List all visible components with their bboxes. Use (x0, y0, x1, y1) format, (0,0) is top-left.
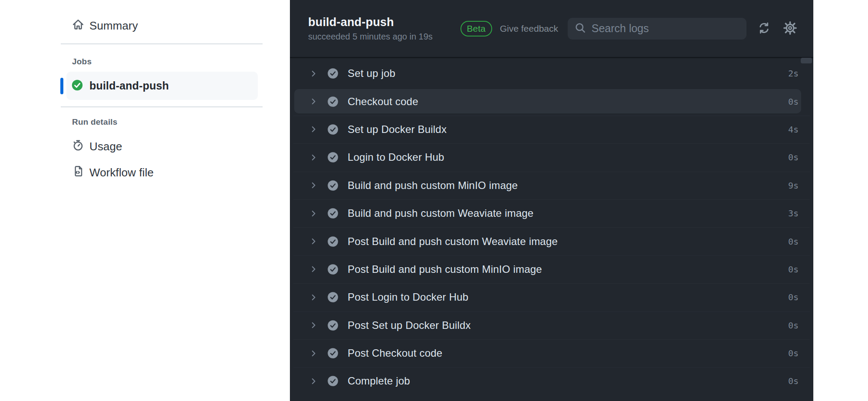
step-row[interactable]: Build and push custom MinIO image 9s (293, 172, 810, 199)
step-label: Post Checkout code (348, 347, 442, 359)
selected-job-accent-bar (60, 78, 63, 94)
step-duration: 0s (788, 376, 799, 386)
check-circle-icon (327, 292, 339, 303)
check-circle-icon (327, 180, 339, 191)
step-list: Set up job 2s Checkout code 0s (290, 58, 813, 395)
step-row[interactable]: Post Build and push custom Weaviate imag… (293, 227, 810, 255)
chevron-right-icon[interactable] (309, 181, 318, 190)
step-label: Post Set up Docker Buildx (348, 319, 471, 331)
jobs-section-label: Jobs (72, 57, 92, 66)
step-duration: 0s (788, 292, 799, 302)
check-circle-icon (327, 124, 339, 135)
chevron-right-icon[interactable] (309, 237, 318, 246)
beta-badge: Beta (460, 21, 492, 36)
check-circle-icon (327, 236, 339, 247)
sidebar-item-label: Workflow file (89, 166, 154, 179)
check-circle-icon (327, 208, 339, 219)
step-duration: 0s (788, 96, 799, 107)
sync-icon (758, 22, 770, 36)
scrollbar-thumb[interactable] (801, 58, 812, 63)
chevron-right-icon[interactable] (309, 153, 318, 162)
refresh-logs-button[interactable] (758, 22, 770, 36)
step-row[interactable]: Build and push custom Weaviate image 3s (293, 199, 810, 227)
step-duration: 0s (788, 264, 799, 275)
sidebar-item-workflow-file[interactable]: Workflow file (61, 161, 263, 184)
job-status-line: succeeded 5 minutes ago in 19s (308, 32, 433, 42)
sidebar-item-usage[interactable]: Usage (61, 135, 263, 158)
step-duration: 0s (788, 236, 799, 247)
chevron-right-icon[interactable] (309, 69, 318, 78)
check-circle-icon (327, 320, 339, 331)
log-settings-button[interactable] (783, 21, 797, 36)
step-label: Build and push custom MinIO image (348, 179, 518, 192)
step-row[interactable]: Post Build and push custom MinIO image 0… (293, 255, 810, 283)
step-label: Set up Docker Buildx (348, 123, 447, 136)
chevron-right-icon[interactable] (309, 97, 318, 106)
step-row[interactable]: Set up job 2s (293, 60, 810, 87)
job-title-block: build-and-push succeeded 5 minutes ago i… (308, 16, 433, 42)
check-circle-fill-icon (71, 79, 83, 93)
actions-job-log-page: Summary Jobs build-and-push Run details (0, 0, 868, 401)
step-row[interactable]: Checkout code 0s (293, 87, 810, 115)
run-sidebar: Summary Jobs build-and-push Run details (0, 0, 290, 401)
step-label: Post Build and push custom MinIO image (348, 263, 542, 275)
home-icon (72, 18, 84, 33)
step-duration: 0s (788, 152, 799, 162)
check-circle-icon (327, 68, 339, 79)
search-logs-input[interactable] (592, 22, 740, 35)
step-row[interactable]: Post Login to Docker Hub 0s (293, 283, 810, 311)
sidebar-item-summary[interactable]: Summary (61, 14, 263, 37)
check-circle-icon (327, 152, 339, 163)
run-details-section-label: Run details (72, 117, 118, 127)
step-label: Post Login to Docker Hub (348, 291, 468, 303)
chevron-right-icon[interactable] (309, 125, 318, 134)
step-label: Post Build and push custom Weaviate imag… (348, 235, 558, 248)
step-duration: 2s (788, 68, 799, 79)
log-search-box[interactable] (568, 18, 746, 40)
chevron-right-icon[interactable] (309, 265, 318, 274)
search-icon (575, 22, 586, 35)
file-code-icon (72, 165, 84, 180)
check-circle-icon (327, 375, 339, 387)
check-circle-icon (327, 264, 339, 275)
chevron-right-icon[interactable] (309, 349, 318, 358)
sidebar-divider (61, 106, 263, 107)
step-duration: 3s (788, 208, 799, 219)
step-row[interactable]: Post Checkout code 0s (293, 339, 810, 367)
step-duration: 0s (788, 320, 799, 331)
check-circle-icon (327, 348, 339, 359)
step-row[interactable]: Set up Docker Buildx 4s (293, 116, 810, 143)
chevron-right-icon[interactable] (309, 377, 318, 386)
log-panel: build-and-push succeeded 5 minutes ago i… (290, 0, 813, 401)
job-name-label: build-and-push (89, 80, 169, 92)
step-label: Complete job (348, 375, 410, 387)
gear-icon (783, 21, 797, 36)
step-label: Checkout code (348, 96, 418, 108)
chevron-right-icon[interactable] (309, 321, 318, 330)
step-label: Set up job (348, 67, 395, 80)
step-label: Build and push custom Weaviate image (348, 207, 533, 219)
log-header-controls: Beta Give feedback (460, 18, 797, 40)
sidebar-job-build-and-push: build-and-push (60, 72, 258, 100)
sidebar-divider (61, 43, 263, 44)
step-row[interactable]: Login to Docker Hub 0s (293, 143, 810, 171)
sidebar-item-label: Usage (89, 140, 122, 153)
chevron-right-icon[interactable] (309, 209, 318, 218)
check-circle-icon (327, 96, 339, 107)
stopwatch-icon (72, 139, 84, 154)
chevron-right-icon[interactable] (309, 293, 318, 302)
step-duration: 0s (788, 348, 799, 358)
step-row[interactable]: Post Set up Docker Buildx 0s (293, 312, 810, 339)
log-header: build-and-push succeeded 5 minutes ago i… (290, 0, 813, 58)
step-row[interactable]: Complete job 0s (293, 367, 810, 395)
sidebar-item-job[interactable]: build-and-push (66, 72, 258, 100)
sidebar-item-label: Summary (89, 19, 138, 33)
step-duration: 9s (788, 180, 799, 191)
job-title: build-and-push (308, 16, 433, 29)
step-duration: 4s (788, 124, 799, 135)
step-label: Login to Docker Hub (348, 151, 444, 163)
give-feedback-link[interactable]: Give feedback (500, 23, 558, 34)
